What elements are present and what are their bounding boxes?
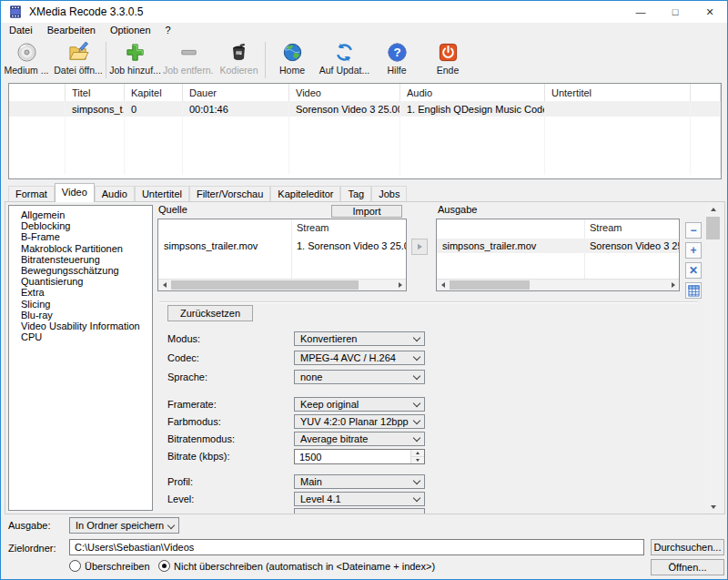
tab-untertitel[interactable]: Untertitel [135,186,189,202]
add-stream-button[interactable]: + [685,242,702,259]
category-vui[interactable]: Video Usability Information [21,321,152,331]
bitrate-input[interactable] [295,450,410,463]
scrollbar-thumb[interactable] [450,280,530,290]
category-bewegungsschaetzung[interactable]: Bewegungsschätzung [21,265,152,276]
category-blu-ray[interactable]: Blu-ray [21,310,152,321]
scroll-down-arrow-icon[interactable] [705,500,721,514]
column-dauer[interactable]: Dauer [183,84,289,102]
job-row-selected[interactable]: simpsons_t... 0 00:01:46 Sorenson Video … [9,102,721,117]
tab-audio[interactable]: Audio [95,186,135,202]
category-bitratensteuerung[interactable]: Bitratensteuerung [21,254,152,265]
output-stream-table: Stream simpsons_trailer.mov Sorenson Vid… [436,219,680,291]
tab-filter-vorschau[interactable]: Filter/Vorschau [189,186,270,202]
framerate-select[interactable]: Keep original [294,397,425,412]
menu-bearbeiten[interactable]: Bearbeiten [40,23,103,38]
tab-jobs[interactable]: Jobs [371,186,407,202]
minimize-button[interactable]: — [623,1,658,23]
scrollbar-thumb[interactable] [171,280,359,290]
codec-select[interactable]: MPEG-4 AVC / H.264 [294,351,425,365]
scroll-right-arrow-icon[interactable] [394,280,406,290]
tab-video[interactable]: Video [55,183,95,202]
quit-button[interactable]: Ende [422,41,473,76]
minus-icon: − [690,225,696,236]
modus-select[interactable]: Konvertieren [294,331,425,346]
open-button[interactable]: Öffnen... [651,559,724,575]
remove-job-button-label: Job entfern... [163,65,214,76]
category-b-frame[interactable]: B-Frame [21,231,152,242]
source-group-label: Quelle [158,204,187,215]
panel-vertical-scrollbar[interactable] [705,202,721,514]
column-kapitel[interactable]: Kapitel [125,84,183,102]
target-dir-input[interactable] [69,539,644,555]
source-stream-column-header[interactable]: Stream [297,222,329,233]
column-video[interactable]: Video [289,84,400,102]
source-horizontal-scrollbar[interactable] [158,279,406,290]
close-button[interactable]: ✕ [693,1,727,23]
scroll-right-arrow-icon[interactable] [667,280,679,290]
power-icon [438,42,459,63]
profil-select[interactable]: Main [294,474,425,489]
category-cpu[interactable]: CPU [21,331,152,342]
delete-stream-button[interactable]: ✕ [685,262,702,279]
browse-button[interactable]: Durchsuchen... [651,539,724,555]
open-file-button[interactable]: Datei öffn... [52,41,105,76]
window-controls: — □ ✕ [623,1,727,23]
sprache-select[interactable]: none [294,370,425,384]
scroll-up-arrow-icon[interactable] [705,202,721,216]
remove-stream-button[interactable]: − [685,222,702,239]
transfer-stream-button[interactable] [411,239,428,255]
spin-up-arrow-icon[interactable] [411,450,424,457]
spin-down-arrow-icon[interactable] [411,457,424,464]
stream-grid-view-button[interactable] [685,282,702,299]
category-allgemein[interactable]: Allgemein [21,209,152,220]
level-select[interactable]: Level 4.1 [294,492,425,506]
level-value: Level 4.1 [300,494,341,504]
no-overwrite-radio[interactable] [158,560,170,572]
column-titel[interactable]: Titel [66,84,125,102]
tab-kapiteleditor[interactable]: Kapiteleditor [270,186,340,202]
job-cell-video: Sorenson Video 3 25.00 H... [289,102,400,117]
category-extra[interactable]: Extra [21,287,152,298]
menu-help[interactable]: ? [158,23,178,38]
output-row[interactable]: simpsons_trailer.mov Sorenson Video 3 25… [437,239,679,253]
output-mode-select[interactable]: In Ordner speichern [69,517,179,534]
scroll-left-arrow-icon[interactable] [437,280,449,290]
import-button[interactable]: Import [331,205,402,218]
overwrite-radio[interactable] [69,560,81,572]
column-icon-spacer[interactable] [9,84,66,102]
modus-value: Konvertieren [300,333,357,344]
menu-optionen[interactable]: Optionen [103,23,158,38]
column-untertitel[interactable]: Untertitel [545,84,691,102]
no-overwrite-radio-label[interactable]: Nicht überschreiben (automatisch in <Dat… [174,560,435,573]
framerate-value: Keep original [300,399,359,410]
plus-icon [125,42,146,63]
job-cell-icon [9,102,66,117]
scroll-left-arrow-icon[interactable] [158,280,170,290]
tab-tag[interactable]: Tag [340,186,371,202]
menu-datei[interactable]: Datei [2,23,40,38]
source-row[interactable]: simpsons_trailer.mov 1. Sorenson Video 3… [158,239,406,253]
category-quantisierung[interactable]: Quantisierung [21,276,152,287]
tab-format[interactable]: Format [8,186,55,202]
help-button[interactable]: ? Hilfe [371,41,422,76]
bitratenmodus-select[interactable]: Average bitrate [294,432,425,446]
column-audio[interactable]: Audio [400,84,545,102]
category-slicing[interactable]: Slicing [21,299,152,310]
output-stream-column-header[interactable]: Stream [590,222,622,233]
farbmodus-select[interactable]: YUV 4:2:0 Planar 12bpp [294,414,425,429]
reset-button[interactable]: Zurücksetzen [167,305,253,321]
add-job-button[interactable]: Job hinzuf... [107,41,163,76]
home-button[interactable]: Home [267,41,318,76]
overwrite-radio-label[interactable]: Überschreiben [85,560,150,573]
remove-job-button: Job entfern... [163,41,214,76]
scrollbar-thumb[interactable] [706,217,720,239]
modus-label: Modus: [167,331,200,346]
category-makroblock[interactable]: Makroblock Partitionen [21,243,152,254]
update-button[interactable]: Auf Updat... [318,41,371,76]
maximize-button[interactable]: □ [658,1,693,23]
category-deblocking[interactable]: Deblocking [21,220,152,231]
output-horizontal-scrollbar[interactable] [437,279,679,290]
toolbar: Medium ... Datei öffn... [1,38,727,81]
medium-button[interactable]: Medium ... [1,41,52,76]
farbmodus-value: YUV 4:2:0 Planar 12bpp [300,416,409,427]
